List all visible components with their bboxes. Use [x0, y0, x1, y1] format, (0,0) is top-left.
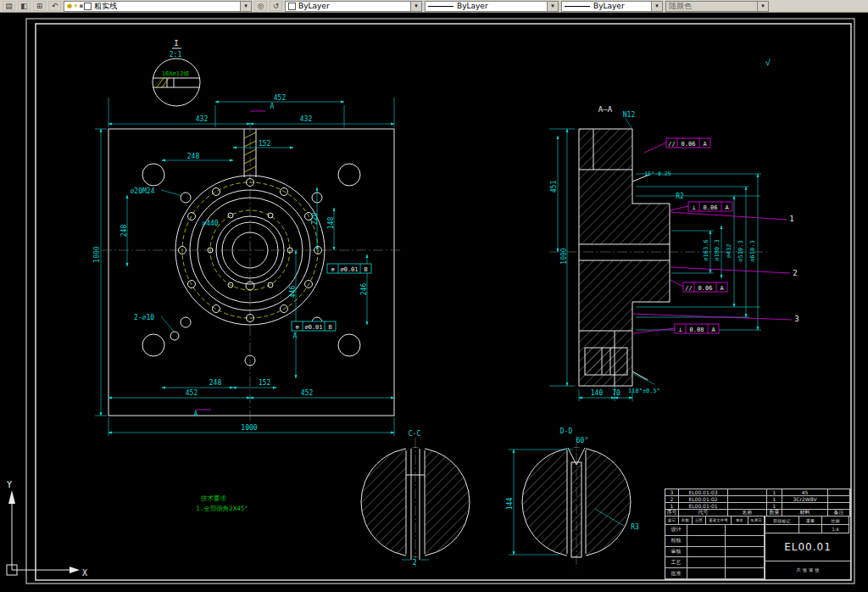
dimension-label[interactable]: ∅180.3 — [714, 239, 721, 260]
dimension-label[interactable]: 2 — [413, 559, 417, 567]
dimension-label[interactable]: 118°±0.5° — [628, 388, 660, 394]
parts-list: 3 EL00.01-03 1 45 2 EL00.01-02 1 3Cr2W8V… — [665, 489, 850, 517]
dimension-label[interactable]: 1000 — [93, 246, 101, 262]
dimension-label[interactable]: ∅163.6 — [703, 239, 709, 260]
part-note — [828, 489, 850, 496]
dimension-label[interactable]: 446 — [289, 286, 297, 299]
dimension-label[interactable]: A — [270, 103, 275, 110]
plot-style-dropdown-arrow-icon[interactable]: ▾ — [757, 2, 768, 11]
layer-previous-icon[interactable]: ↶ — [48, 1, 61, 11]
object-properties-toolbar: ▤ ◧ ⊞ ↶ ● ☀ ▪ 粗实线 ▾ ◎ ↺ ByLayer ▾ ByLaye… — [0, 0, 868, 13]
lineweight-combo[interactable]: ByLayer ▾ — [561, 1, 663, 12]
tolerance-frame[interactable]: ⊥0.06A — [688, 202, 732, 211]
part-material — [782, 503, 828, 510]
detail-c-c-view[interactable] — [361, 438, 470, 568]
layer-combo[interactable]: ● ☀ ▪ 粗实线 ▾ — [64, 1, 252, 12]
part-no: 2 — [665, 496, 679, 503]
dimension-label[interactable]: 16X∅12锥 — [162, 70, 189, 77]
dimension-label[interactable]: 3 — [794, 315, 798, 323]
match-properties-icon[interactable]: ◎ — [254, 1, 267, 11]
dimension-label[interactable]: 1000 — [241, 424, 257, 432]
dimension-label[interactable]: A — [293, 332, 298, 340]
tolerance-frame[interactable]: //0.06A — [666, 138, 710, 148]
dimension-label[interactable]: 15°-0.25 — [644, 170, 670, 177]
title-block[interactable]: 3 EL00.01-03 1 45 2 EL00.01-02 1 3Cr2W8V… — [665, 489, 851, 580]
dimension-label[interactable]: D-D — [560, 427, 573, 435]
part-note — [828, 496, 850, 503]
sign-row-label: 批准 — [665, 568, 687, 579]
properties-icon[interactable]: ↺ — [270, 1, 282, 11]
dimension-label[interactable]: N12 — [623, 111, 636, 119]
rev-header-cell: 标记 — [665, 517, 679, 525]
dimension-label[interactable]: R2 — [676, 193, 684, 200]
layer-states-icon[interactable]: ◧ — [18, 1, 31, 11]
dimension-label[interactable]: 1.全部倒角2X45° — [196, 505, 248, 512]
scale-label: 比例 — [822, 517, 849, 525]
tolerance-frame[interactable]: ⊕∅0.01B — [292, 321, 336, 331]
dimension-label[interactable]: 451 — [550, 181, 558, 193]
plot-style-combo[interactable]: 随颜色 ▾ — [665, 1, 769, 12]
dimension-label[interactable]: ∅432 — [726, 244, 732, 259]
dimension-label[interactable]: 144 — [506, 498, 514, 511]
dimension-label[interactable]: A — [194, 410, 198, 418]
dimension-label[interactable]: 452 — [301, 389, 314, 397]
ucs-x-arrow — [70, 567, 80, 573]
make-object-layer-current-icon[interactable]: ⊞ — [33, 1, 46, 11]
sign-row-label: 校核 — [665, 536, 687, 547]
dimension-label[interactable]: 152 — [259, 379, 271, 387]
dimension-label[interactable]: ∅510.3 — [737, 240, 744, 261]
dimension-label[interactable]: 248 — [209, 379, 222, 387]
color-combo[interactable]: ByLayer ▾ — [285, 1, 422, 12]
dimension-label[interactable]: 432 — [300, 115, 313, 123]
sheet-info: 共 张 第 张 — [765, 561, 850, 579]
tolerance-frame[interactable]: ⊕∅0.01B — [327, 264, 371, 273]
dimension-label[interactable]: 432 — [196, 115, 209, 123]
ucs-y-arrow — [8, 490, 15, 504]
dimension-label[interactable]: 2-∅10 — [134, 314, 154, 321]
dimension-label[interactable]: 2:1 — [170, 51, 182, 59]
layer-name: 粗实线 — [94, 1, 117, 12]
layer-properties-manager-icon[interactable]: ▤ — [3, 1, 15, 11]
dimension-label[interactable]: 246 — [360, 283, 368, 296]
dimension-label[interactable]: ∅610.3 — [749, 240, 756, 261]
dimension-label[interactable]: 70 — [612, 389, 620, 397]
linetype-value: ByLayer — [457, 2, 488, 10]
part-note — [828, 503, 850, 510]
dimension-label[interactable]: √ — [765, 58, 771, 67]
dimension-label[interactable]: ∅20M24 — [131, 187, 155, 195]
layer-dropdown-arrow-icon[interactable]: ▾ — [240, 2, 251, 11]
dimension-label[interactable]: I — [174, 39, 178, 47]
part-code: EL00.01-03 — [679, 489, 728, 496]
dimension-label[interactable]: A—A — [598, 105, 613, 114]
dimension-label[interactable]: 技术要求 — [200, 494, 227, 502]
parts-header-note: 备注 — [828, 510, 850, 517]
color-dropdown-arrow-icon[interactable]: ▾ — [410, 2, 421, 11]
dimension-label[interactable]: 452 — [274, 94, 287, 102]
dimension-label[interactable]: 220 — [311, 213, 319, 226]
tolerance-frame-cell: B — [328, 324, 331, 331]
tolerance-frame[interactable]: //0.06A — [683, 282, 727, 292]
part-name — [728, 503, 767, 510]
dimension-label[interactable]: 140 — [591, 389, 604, 397]
section-a-a-view[interactable] — [549, 129, 770, 386]
lineweight-dropdown-arrow-icon[interactable]: ▾ — [651, 2, 662, 11]
dimension-label[interactable]: 1 — [789, 215, 793, 223]
dimension-label[interactable]: 2 — [793, 269, 797, 277]
dimension-label[interactable]: 152 — [259, 140, 271, 148]
dimension-label[interactable]: 148 — [327, 217, 335, 230]
dimension-label[interactable]: 452 — [186, 389, 198, 397]
dimension-label[interactable]: R3 — [631, 523, 639, 531]
tolerance-frame[interactable]: ⊥0.08A — [675, 324, 719, 333]
part-qty: 1 — [767, 496, 782, 503]
dimension-label[interactable]: ∅440 — [202, 220, 218, 227]
linetype-combo[interactable]: ByLayer ▾ — [425, 1, 559, 12]
dimension-label[interactable]: 248 — [187, 153, 200, 160]
linetype-dropdown-arrow-icon[interactable]: ▾ — [547, 2, 558, 11]
detail-d-d-view[interactable] — [509, 436, 631, 568]
tolerance-frame-cell: 0.06 — [704, 204, 718, 211]
dimension-label[interactable]: 60° — [576, 437, 588, 444]
dimension-label[interactable]: 248 — [120, 225, 128, 237]
lineweight-value: ByLayer — [593, 2, 625, 10]
dimension-label[interactable]: 1000 — [560, 248, 568, 264]
dimension-label[interactable]: C-C — [409, 430, 421, 438]
